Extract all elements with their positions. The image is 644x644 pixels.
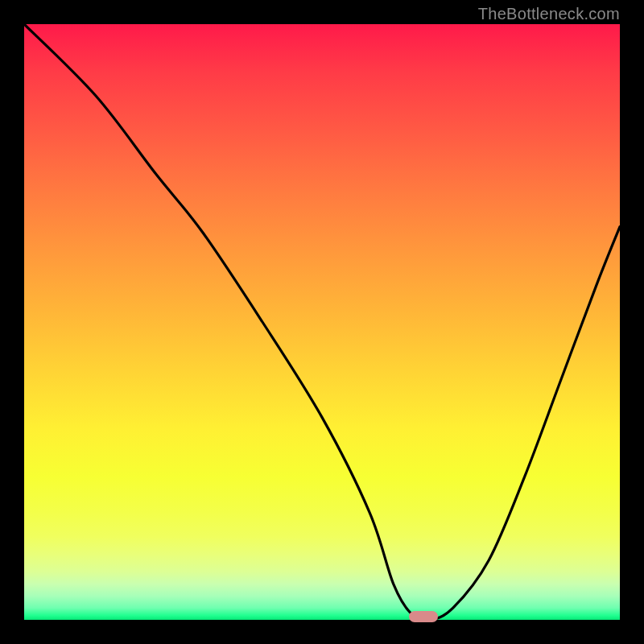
watermark-text: TheBottleneck.com <box>478 5 620 23</box>
optimal-marker <box>409 611 438 622</box>
plot-area <box>24 24 620 620</box>
chart-frame: TheBottleneck.com <box>0 0 644 644</box>
curve-svg <box>24 24 620 620</box>
bottleneck-curve-path <box>24 24 620 620</box>
